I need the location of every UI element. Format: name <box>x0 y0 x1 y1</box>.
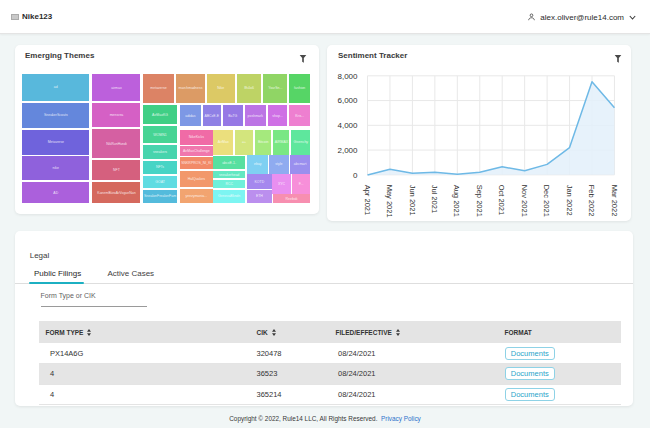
svg-text:Apr 2021: Apr 2021 <box>363 185 372 215</box>
svg-text:Feb 2022: Feb 2022 <box>587 185 596 217</box>
svg-text:Jul 2021: Jul 2021 <box>430 185 439 213</box>
svg-text:Dec 2021: Dec 2021 <box>542 185 551 217</box>
svg-text:8,000: 8,000 <box>337 72 358 81</box>
svg-text:Aug 2021: Aug 2021 <box>452 185 461 217</box>
svg-text:Sep 2021: Sep 2021 <box>475 185 484 217</box>
svg-text:Jun 2021: Jun 2021 <box>408 185 417 216</box>
svg-text:Mar 2022: Mar 2022 <box>610 185 619 217</box>
svg-text:May 2021: May 2021 <box>385 185 394 218</box>
svg-text:0: 0 <box>353 171 358 180</box>
svg-text:2,000: 2,000 <box>337 146 358 155</box>
svg-text:Jan 2022: Jan 2022 <box>565 185 574 216</box>
svg-text:4,000: 4,000 <box>337 121 358 130</box>
svg-text:Oct 2021: Oct 2021 <box>497 185 506 215</box>
svg-text:Nov 2021: Nov 2021 <box>520 185 529 217</box>
svg-text:6,000: 6,000 <box>337 96 358 105</box>
